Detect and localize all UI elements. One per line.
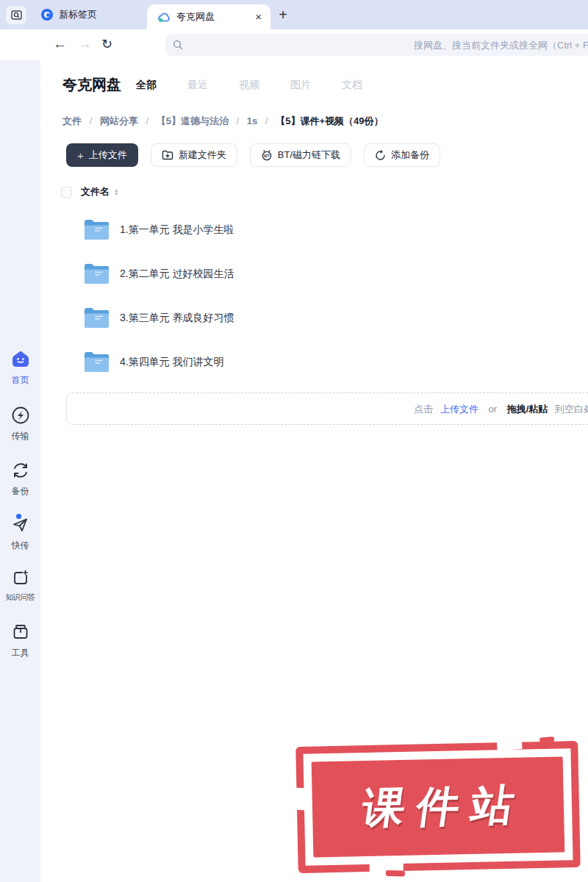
new-folder-icon [162, 150, 173, 160]
sidebar-item-backup[interactable]: 备份 [0, 461, 40, 498]
back-icon[interactable]: ← [53, 36, 67, 52]
file-row[interactable]: 1.第一单元 我是小学生啦 [40, 208, 588, 252]
new-tab-button[interactable]: + [273, 4, 293, 25]
browser-tab-bar: 新标签页 夸克网盘 × + [0, 0, 588, 29]
quark-logo-icon [41, 9, 53, 21]
forward-icon: → [78, 36, 92, 52]
tab-recent[interactable]: 最近 [187, 79, 208, 92]
qa-icon [11, 568, 30, 587]
backup-circle-icon [375, 150, 386, 161]
upload-file-label: 上传文件 [89, 148, 127, 162]
upload-file-button[interactable]: + 上传文件 [66, 143, 138, 167]
file-row[interactable]: 2.第二单元 过好校园生活 [40, 252, 588, 296]
sidebar-item-label: 知识问答 [0, 592, 40, 603]
browser-tab-newtab[interactable]: 新标签页 [32, 0, 143, 29]
hint-target: 到空白处 [555, 404, 588, 415]
transfer-icon [11, 406, 30, 425]
select-all-checkbox[interactable] [61, 187, 72, 198]
sidebar-item-tools[interactable]: 工具 [0, 623, 40, 659]
hint-or: or [489, 404, 498, 415]
new-folder-label: 新建文件夹 [179, 148, 226, 162]
search-bar[interactable] [165, 34, 588, 56]
watermark-stamp: 课件站 [295, 741, 581, 873]
file-name: 2.第二单元 过好校园生活 [120, 268, 234, 281]
sort-down-icon: ▼ [114, 192, 118, 196]
tab-documents[interactable]: 文档 [342, 79, 362, 92]
sidebar-item-quick-send[interactable]: 快传 [0, 515, 40, 552]
home-icon [11, 350, 30, 369]
search-icon [173, 40, 183, 50]
sidebar-item-knowledge-qa[interactable]: 知识问答 [0, 568, 40, 603]
stamp-texture [539, 736, 554, 742]
cloud-icon [157, 12, 171, 23]
browser-tab-quark-drive[interactable]: 夸克网盘 × [147, 4, 270, 29]
sort-toggle[interactable]: ▲ ▼ [114, 188, 118, 196]
tab-videos[interactable]: 视频 [239, 79, 259, 92]
file-row[interactable]: 4.第四单元 我们讲文明 [40, 340, 588, 384]
search-input[interactable] [187, 34, 588, 56]
stamp-frame: 课件站 [295, 741, 581, 873]
stamp-text: 课件站 [347, 776, 530, 837]
sidebar-item-label: 首页 [0, 374, 40, 387]
action-buttons: + 上传文件 新建文件夹 [66, 143, 440, 167]
sidebar-item-transfer[interactable]: 传输 [0, 406, 40, 442]
plus-icon: + [77, 149, 84, 162]
file-name: 3.第三单元 养成良好习惯 [120, 312, 234, 325]
stamp-texture [295, 787, 305, 809]
tab-search-icon [11, 10, 22, 20]
filter-tabs: 全部 最近 视频 图片 文档 [136, 79, 362, 92]
sidebar-item-label: 传输 [0, 430, 40, 442]
folder-icon [83, 351, 110, 376]
quark-drive-window: 新标签页 夸克网盘 × + ← → ↻ [0, 0, 588, 882]
sidebar-item-label: 备份 [0, 485, 40, 498]
new-folder-button[interactable]: 新建文件夹 [151, 143, 237, 167]
stamp-texture [497, 740, 523, 750]
notification-dot [16, 514, 21, 519]
tab-title: 新标签页 [59, 8, 97, 21]
breadcrumb-separator: / [265, 115, 268, 126]
folder-icon [83, 262, 110, 288]
refresh-icon[interactable]: ↻ [101, 36, 112, 52]
upload-drop-zone[interactable]: 点击 上传文件 or 拖拽/粘贴 到空白处 [66, 392, 588, 425]
breadcrumb-1s[interactable]: 1s [247, 115, 257, 126]
hint-click: 点击 [414, 404, 433, 415]
breadcrumb-separator: / [90, 115, 93, 126]
breadcrumb-morality-law[interactable]: 【5】道德与法治 [157, 115, 229, 126]
sidebar: 首页 传输 备份 [0, 60, 40, 882]
browser-toolbar: ← → ↻ [0, 29, 588, 60]
hint-drag-paste: 拖拽/粘贴 [507, 404, 548, 415]
stamp-body: 课件站 [312, 756, 565, 857]
breadcrumb: 文件 / 网站分享 / 【5】道德与法治 / 1s / 【5】课件+视频（49份… [62, 115, 384, 128]
sidebar-item-home[interactable]: 首页 [0, 350, 40, 387]
bt-magnet-download-button[interactable]: BT BT/磁力链下载 [250, 143, 351, 167]
bt-download-label: BT/磁力链下载 [278, 148, 340, 162]
sidebar-item-label: 快传 [0, 539, 40, 552]
bt-icon: BT [261, 149, 273, 161]
breadcrumb-files[interactable]: 文件 [62, 115, 82, 126]
file-name: 1.第一单元 我是小学生啦 [120, 223, 234, 237]
breadcrumb-current: 【5】课件+视频（49份） [276, 115, 383, 126]
upload-file-link[interactable]: 上传文件 [440, 404, 478, 415]
upload-hint: 点击 上传文件 or 拖拽/粘贴 到空白处 [414, 393, 588, 426]
tools-icon [11, 623, 30, 642]
tab-close-icon[interactable]: × [255, 10, 262, 23]
breadcrumb-separator: / [146, 115, 149, 126]
tab-title: 夸克网盘 [176, 10, 215, 24]
page-title: 夸克网盘 [62, 75, 121, 95]
file-row[interactable]: 3.第三单元 养成良好习惯 [40, 296, 588, 340]
svg-text:BT: BT [264, 154, 270, 158]
tab-all[interactable]: 全部 [136, 79, 157, 92]
folder-icon [83, 218, 110, 244]
add-backup-label: 添加备份 [391, 148, 429, 162]
breadcrumb-site-share[interactable]: 网站分享 [100, 115, 138, 126]
tab-images[interactable]: 图片 [290, 79, 311, 92]
add-backup-button[interactable]: 添加备份 [364, 143, 440, 167]
quick-send-icon [11, 515, 30, 534]
sidebar-item-label: 工具 [0, 647, 40, 659]
folder-icon [83, 306, 110, 332]
backup-icon [11, 461, 30, 480]
tab-search-button[interactable] [6, 6, 26, 24]
file-name: 4.第四单元 我们讲文明 [120, 356, 224, 369]
file-list-header: 文件名 ▲ ▼ [61, 185, 118, 198]
stamp-texture [386, 870, 405, 876]
